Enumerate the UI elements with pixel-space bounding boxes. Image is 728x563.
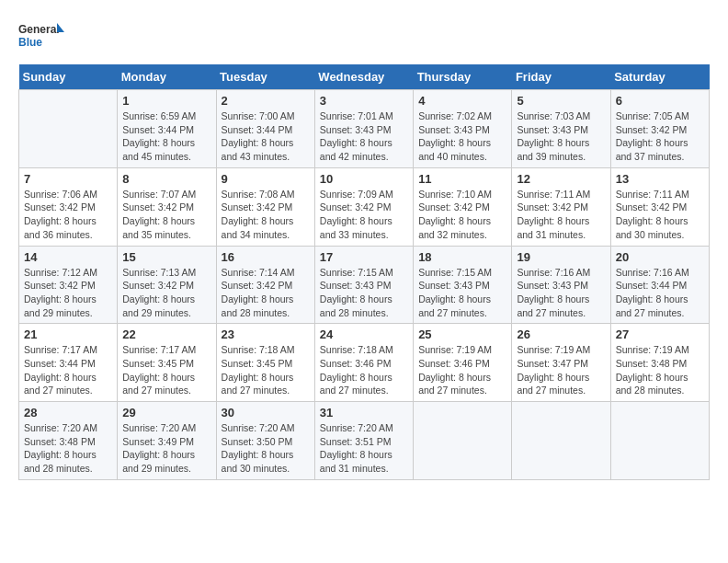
day-sun-info: Sunrise: 6:59 AMSunset: 3:44 PMDaylight:… [122,109,210,164]
calendar-cell: 9Sunrise: 7:08 AMSunset: 3:42 PMDaylight… [216,167,314,246]
calendar-cell: 26Sunrise: 7:19 AMSunset: 3:47 PMDayligh… [512,324,610,402]
day-number: 30 [222,406,310,419]
day-sun-info: Sunrise: 7:20 AMSunset: 3:51 PMDaylight:… [320,421,408,476]
day-sun-info: Sunrise: 7:20 AMSunset: 3:50 PMDaylight:… [222,421,310,476]
day-sun-info: Sunrise: 7:14 AMSunset: 3:42 PMDaylight:… [222,266,310,320]
day-sun-info: Sunrise: 7:19 AMSunset: 3:47 PMDaylight:… [517,343,605,397]
calendar-cell: 16Sunrise: 7:14 AMSunset: 3:42 PMDayligh… [216,246,314,324]
day-sun-info: Sunrise: 7:06 AMSunset: 3:42 PMDaylight:… [24,188,112,242]
week-row-1: 1Sunrise: 6:59 AMSunset: 3:44 PMDaylight… [19,90,710,168]
calendar-cell: 4Sunrise: 7:02 AMSunset: 3:43 PMDaylight… [414,90,512,168]
weekday-header-row: SundayMondayTuesdayWednesdayThursdayFrid… [19,64,710,90]
day-number: 23 [222,327,310,341]
day-number: 9 [222,172,310,186]
day-number: 18 [418,250,506,264]
week-row-4: 21Sunrise: 7:17 AMSunset: 3:44 PMDayligh… [19,324,710,402]
calendar-cell: 12Sunrise: 7:11 AMSunset: 3:42 PMDayligh… [512,167,610,246]
calendar-cell: 11Sunrise: 7:10 AMSunset: 3:42 PMDayligh… [414,167,512,246]
day-number: 7 [24,172,112,186]
weekday-header-friday: Friday [512,64,610,90]
day-number: 4 [418,94,506,108]
day-number: 10 [320,172,408,186]
calendar-cell: 6Sunrise: 7:05 AMSunset: 3:42 PMDaylight… [610,90,709,168]
weekday-header-saturday: Saturday [610,64,709,90]
calendar-cell: 30Sunrise: 7:20 AMSunset: 3:50 PMDayligh… [216,402,314,480]
weekday-header-wednesday: Wednesday [314,64,413,90]
day-sun-info: Sunrise: 7:16 AMSunset: 3:44 PMDaylight:… [616,266,704,320]
calendar-cell: 2Sunrise: 7:00 AMSunset: 3:44 PMDaylight… [216,90,314,168]
calendar-cell: 10Sunrise: 7:09 AMSunset: 3:42 PMDayligh… [314,167,413,246]
day-sun-info: Sunrise: 7:12 AMSunset: 3:42 PMDaylight:… [24,266,112,320]
day-number: 20 [616,250,704,264]
day-sun-info: Sunrise: 7:09 AMSunset: 3:42 PMDaylight:… [320,188,408,242]
calendar-cell: 25Sunrise: 7:19 AMSunset: 3:46 PMDayligh… [414,324,512,402]
day-sun-info: Sunrise: 7:15 AMSunset: 3:43 PMDaylight:… [320,266,408,320]
day-number: 11 [418,172,506,186]
day-sun-info: Sunrise: 7:03 AMSunset: 3:43 PMDaylight:… [517,109,605,164]
day-sun-info: Sunrise: 7:17 AMSunset: 3:44 PMDaylight:… [24,343,112,397]
day-number: 27 [616,327,704,341]
calendar-cell: 15Sunrise: 7:13 AMSunset: 3:42 PMDayligh… [118,246,216,324]
week-row-2: 7Sunrise: 7:06 AMSunset: 3:42 PMDaylight… [19,167,710,246]
weekday-header-monday: Monday [118,64,216,90]
day-sun-info: Sunrise: 7:00 AMSunset: 3:44 PMDaylight:… [222,109,310,164]
day-sun-info: Sunrise: 7:02 AMSunset: 3:43 PMDaylight:… [418,109,506,164]
calendar-cell [414,402,512,480]
day-number: 14 [24,250,112,264]
calendar-cell: 14Sunrise: 7:12 AMSunset: 3:42 PMDayligh… [19,246,118,324]
day-sun-info: Sunrise: 7:08 AMSunset: 3:42 PMDaylight:… [222,188,310,242]
day-sun-info: Sunrise: 7:01 AMSunset: 3:43 PMDaylight:… [320,109,408,164]
calendar-cell [610,402,709,480]
day-number: 5 [517,94,605,108]
day-sun-info: Sunrise: 7:20 AMSunset: 3:49 PMDaylight:… [122,421,210,476]
calendar-cell: 19Sunrise: 7:16 AMSunset: 3:43 PMDayligh… [512,246,610,324]
week-row-5: 28Sunrise: 7:20 AMSunset: 3:48 PMDayligh… [19,402,710,480]
calendar-cell: 20Sunrise: 7:16 AMSunset: 3:44 PMDayligh… [610,246,709,324]
day-number: 28 [24,406,112,419]
calendar-cell: 17Sunrise: 7:15 AMSunset: 3:43 PMDayligh… [314,246,413,324]
day-number: 15 [122,250,210,264]
day-sun-info: Sunrise: 7:19 AMSunset: 3:48 PMDaylight:… [616,343,704,397]
calendar-table: SundayMondayTuesdayWednesdayThursdayFrid… [18,64,710,480]
day-number: 12 [517,172,605,186]
weekday-header-tuesday: Tuesday [216,64,314,90]
calendar-cell: 5Sunrise: 7:03 AMSunset: 3:43 PMDaylight… [512,90,610,168]
day-number: 22 [122,327,210,341]
day-sun-info: Sunrise: 7:11 AMSunset: 3:42 PMDaylight:… [616,188,704,242]
day-sun-info: Sunrise: 7:18 AMSunset: 3:46 PMDaylight:… [320,343,408,397]
day-number: 3 [320,94,408,108]
calendar-cell: 1Sunrise: 6:59 AMSunset: 3:44 PMDaylight… [118,90,216,168]
week-row-3: 14Sunrise: 7:12 AMSunset: 3:42 PMDayligh… [19,246,710,324]
day-number: 26 [517,327,605,341]
day-number: 25 [418,327,506,341]
day-sun-info: Sunrise: 7:05 AMSunset: 3:42 PMDaylight:… [616,109,704,164]
calendar-cell: 13Sunrise: 7:11 AMSunset: 3:42 PMDayligh… [610,167,709,246]
calendar-cell: 24Sunrise: 7:18 AMSunset: 3:46 PMDayligh… [314,324,413,402]
calendar-cell: 8Sunrise: 7:07 AMSunset: 3:42 PMDaylight… [118,167,216,246]
day-number: 16 [222,250,310,264]
calendar-cell: 28Sunrise: 7:20 AMSunset: 3:48 PMDayligh… [19,402,118,480]
day-number: 1 [122,94,210,108]
day-number: 2 [222,94,310,108]
svg-text:Blue: Blue [18,36,42,49]
calendar-cell: 29Sunrise: 7:20 AMSunset: 3:49 PMDayligh… [118,402,216,480]
svg-text:General: General [18,23,60,36]
day-sun-info: Sunrise: 7:11 AMSunset: 3:42 PMDaylight:… [517,188,605,242]
calendar-cell: 18Sunrise: 7:15 AMSunset: 3:43 PMDayligh… [414,246,512,324]
calendar-cell: 23Sunrise: 7:18 AMSunset: 3:45 PMDayligh… [216,324,314,402]
calendar-cell [512,402,610,480]
calendar-cell: 21Sunrise: 7:17 AMSunset: 3:44 PMDayligh… [19,324,118,402]
logo: General Blue [18,18,64,55]
day-sun-info: Sunrise: 7:17 AMSunset: 3:45 PMDaylight:… [122,343,210,397]
logo-svg: General Blue [18,18,64,55]
header: General Blue [18,18,710,55]
day-sun-info: Sunrise: 7:20 AMSunset: 3:48 PMDaylight:… [24,421,112,476]
day-number: 19 [517,250,605,264]
day-number: 24 [320,327,408,341]
calendar-cell: 31Sunrise: 7:20 AMSunset: 3:51 PMDayligh… [314,402,413,480]
calendar-cell [19,90,118,168]
day-sun-info: Sunrise: 7:18 AMSunset: 3:45 PMDaylight:… [222,343,310,397]
calendar-cell: 3Sunrise: 7:01 AMSunset: 3:43 PMDaylight… [314,90,413,168]
day-sun-info: Sunrise: 7:19 AMSunset: 3:46 PMDaylight:… [418,343,506,397]
day-number: 31 [320,406,408,419]
